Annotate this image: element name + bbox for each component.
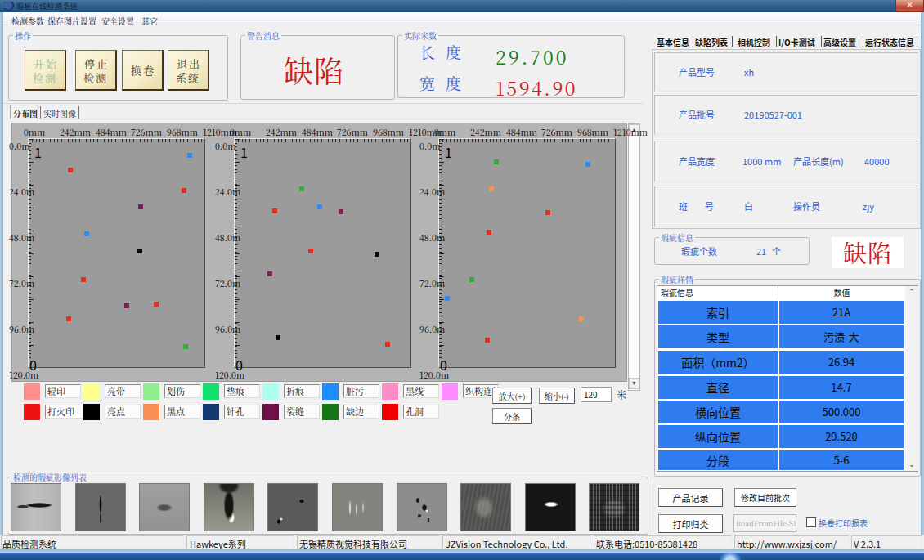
plot2: 10: [438, 138, 616, 368]
leg2-sq4: [262, 404, 279, 420]
rtabsep-4: [863, 36, 863, 47]
p2-xl0: 0mm: [434, 126, 455, 138]
trv1: 污渍-大: [779, 325, 904, 348]
btn-开始检测[interactable]: 开始检测: [25, 50, 66, 91]
btn-zoomout[interactable]: 缩小(-): [539, 388, 575, 404]
defect-img3: [204, 483, 254, 531]
btn-modify[interactable]: 修改目前批次: [734, 488, 796, 507]
leg1-lb2: 划伤: [164, 384, 200, 398]
rtab-5[interactable]: 运行状态信息: [865, 36, 914, 48]
grp-flaw: 瑕疵信息: [654, 231, 810, 265]
btn-停止检测[interactable]: 停止检测: [75, 50, 117, 91]
p0-yl0: 0.0m: [9, 140, 29, 152]
tab-sep1: [40, 106, 41, 119]
lbl-mi: 米: [617, 388, 626, 401]
flaw-ge: 个: [772, 244, 781, 258]
rtabsep-3: [821, 36, 822, 47]
瑕疵在线检测系统: 瑕疵在线检测系统 ✕ 检测参数 保存图片设置 安全设置 其它 操作 开始检测 停…: [0, 0, 924, 560]
leg1-lb1: 亮带: [105, 384, 141, 398]
leg2-sq1: [83, 404, 100, 420]
trk5: 纵向位置: [658, 425, 778, 448]
btn-print[interactable]: 打印归类: [658, 514, 723, 533]
inp-120[interactable]: 120: [581, 387, 612, 402]
p0-yl1: 24.0m: [9, 186, 34, 198]
trk3: 直径: [658, 376, 778, 399]
btn-rec[interactable]: 产品记录: [658, 488, 723, 507]
leg2-sq0: [24, 404, 40, 420]
p0-yl3: 72.0m: [9, 277, 34, 289]
defect-img2: [139, 483, 190, 531]
defect-img0: [11, 483, 61, 531]
p2-yl5: 120.0m: [419, 369, 449, 381]
p2-xl1: 242mm: [470, 126, 501, 138]
plot-vscroll: [628, 123, 640, 391]
trv6: 5-6: [779, 450, 904, 470]
trv0: 21A: [779, 301, 904, 324]
leg2-sq3: [203, 404, 219, 420]
trv5: 29.520: [779, 425, 904, 448]
leg1-sq5: [322, 383, 339, 400]
btn-退出系统[interactable]: 退出系统: [168, 50, 209, 91]
trv2: 26.94: [779, 351, 904, 374]
close-btn[interactable]: ✕: [895, 0, 924, 12]
trk4: 横向位置: [658, 401, 778, 423]
flaw-alert: 缺陷: [832, 237, 904, 268]
btn-zoomin[interactable]: 放大(+): [492, 388, 532, 404]
plot0: 10: [28, 138, 205, 368]
p2-yl1: 24.0m: [419, 186, 445, 198]
p1-yl0: 0.0m: [215, 140, 235, 152]
leg2-lb6: 孔洞: [403, 405, 439, 419]
flaw-count: 21: [756, 244, 766, 258]
leg1-lb4: 折痕: [284, 384, 320, 398]
p0-xl1: 242mm: [60, 126, 91, 138]
p1-yl2: 48.0m: [215, 231, 240, 244]
p1-yl1: 24.0m: [215, 186, 240, 198]
p1-xl1: 242mm: [266, 126, 297, 138]
leg2-lb0: 打火印: [45, 405, 87, 419]
leg1-lb3: 垫痕: [224, 384, 260, 398]
title-text: 瑕疵在线检测系统: [16, 2, 78, 11]
tab-live[interactable]: 实时图像: [43, 107, 76, 119]
p2-yl4: 96.0m: [419, 323, 445, 335]
inforow-3: [654, 186, 918, 227]
defect-img8: [525, 483, 576, 531]
leg2-sq5: [322, 404, 339, 420]
segt1: Hawkeye系列: [190, 537, 246, 550]
tbl-h1: 瑕疵信息: [658, 286, 778, 299]
p1-yl5: 120.0m: [215, 369, 244, 381]
p0-yl4: 96.0m: [9, 323, 34, 335]
btn-strip[interactable]: 分条: [492, 408, 532, 424]
btn-换卷[interactable]: 换卷: [122, 50, 164, 91]
p2-yl3: 72.0m: [419, 277, 445, 289]
leg2-lb1: 亮点: [105, 405, 141, 419]
defect-img5: [332, 483, 383, 531]
leg1-sq3: [203, 383, 219, 400]
p1-xl0: 0mm: [230, 126, 251, 138]
tbl-scroll: [905, 286, 918, 471]
rtabsep-2: [776, 36, 777, 47]
rtab-3[interactable]: I/O卡测试: [778, 36, 815, 48]
p0-yl2: 48.0m: [9, 231, 34, 244]
rtab-2[interactable]: 相机控制: [738, 36, 770, 48]
defect-img7: [460, 483, 511, 531]
leg1-sq4: [262, 383, 279, 400]
rtab-4[interactable]: 高级设置: [823, 36, 856, 48]
flaw-count-lbl: 瑕疵个数: [681, 244, 717, 258]
leg1-lb0: 辊印: [45, 384, 81, 398]
p1-xl2: 484mm: [302, 126, 333, 138]
p2-xl3: 726mm: [541, 126, 572, 138]
leg1-sq0: [24, 383, 40, 400]
vscroll-dn: ▼: [629, 378, 639, 389]
rtab-ul0: [657, 47, 690, 47]
defect-img1: [75, 483, 126, 531]
p2-xl5: 1210mm: [613, 126, 648, 138]
p1-yl3: 72.0m: [215, 277, 240, 289]
segt2: 无锡精质视觉科技有限公司: [299, 537, 407, 550]
rtab-1[interactable]: 缺陷列表: [695, 36, 728, 48]
tab-dist[interactable]: 分布图: [13, 107, 38, 119]
p1-yl4: 96.0m: [215, 323, 240, 335]
trk6: 分段: [658, 450, 778, 470]
leg2-sq6: [382, 404, 398, 420]
defect-img9: [589, 483, 639, 531]
chk-box[interactable]: [806, 517, 816, 527]
